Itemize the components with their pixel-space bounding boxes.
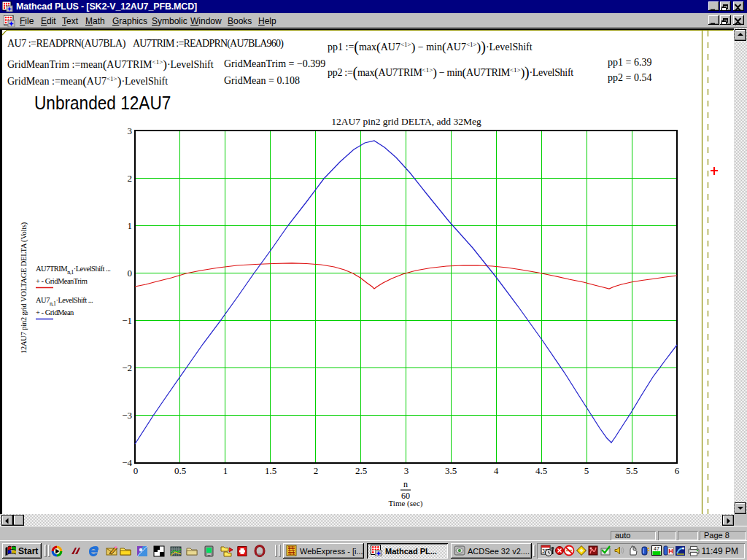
svg-text:47: 47 [654,546,659,551]
